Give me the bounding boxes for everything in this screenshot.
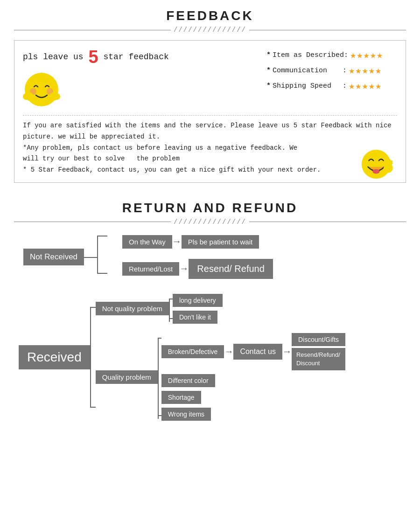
nr-main: Not Received On the Way → Pls be patient… [23, 235, 273, 279]
q-wrongitems-row: Wrong items [161, 408, 345, 421]
refund-title: RETURN AND REFUND [14, 201, 406, 215]
nr-label-container: Not Received [23, 249, 84, 265]
broken-box: Broken/Defective [161, 345, 224, 358]
q-h2 [158, 415, 161, 416]
nq-h2 [169, 318, 173, 319]
refund-divider-right [249, 222, 406, 222]
feedback-right: * Item as Described : ★★★★★ * Communicat… [266, 47, 397, 95]
happy-emoji [360, 148, 392, 181]
rating-row-2: * Communication : ★★★★★ [266, 64, 397, 77]
nr-branch-bot: Returned/Lost → Resend/ Refund [122, 259, 273, 279]
q-broken-row: Broken/Defective → Contact us → Discount… [161, 333, 345, 370]
asterisk-1: * [266, 51, 271, 59]
asterisk-3: * [266, 82, 271, 90]
svg-point-4 [23, 93, 29, 100]
feedback-line-3: *Any problem, pls contact us before leav… [23, 143, 397, 154]
nr-h-line [84, 257, 98, 258]
recv-v-line [90, 307, 91, 408]
contact-outcomes: Contact us → Discount/Gifts Resend/Refun… [233, 333, 345, 370]
pls-post: star feedback [103, 52, 168, 62]
wrong-items-box: Wrong items [161, 408, 211, 421]
arrow-outcomes: → [284, 347, 290, 357]
recv-bot-h [90, 407, 96, 408]
q-branches: Broken/Defective → Contact us → Discount… [161, 332, 345, 422]
nr-branch-top: On the Way → Pls be patient to wait [122, 235, 273, 249]
feedback-box: pls leave us 5 star feedback [14, 40, 406, 183]
feedback-title: FEEDBACK [14, 8, 406, 23]
q-v-line [158, 338, 159, 419]
quality-problem-row: Quality problem Broken/Defective → Conta… [96, 332, 345, 422]
nq-h1 [169, 299, 173, 299]
svg-point-8 [372, 169, 380, 174]
asterisk-2: * [266, 67, 271, 75]
rating-row-3: * Shipping Speed : ★★★★★ [266, 80, 397, 92]
stars-2: ★★★★★ [349, 64, 382, 77]
item-described-label: Item as Described [273, 51, 344, 59]
nq-long-delivery-row: long delivery [173, 294, 223, 307]
feedback-line-4: will try our best to solve will try our … [23, 153, 397, 165]
divider-line-right [249, 30, 406, 30]
not-received-box: Not Received [23, 249, 84, 265]
q-diffcolor-row: Different color [161, 374, 345, 387]
discount-gifts-box: Discount/Gifts [292, 333, 345, 346]
nr-branch-bot-h [97, 273, 107, 274]
not-quality-box: Not quality problem [96, 302, 169, 315]
divider-slash: /////////////// [174, 26, 246, 34]
feedback-top: pls leave us 5 star feedback [23, 47, 397, 111]
quality-problem-box: Quality problem [96, 370, 158, 384]
resend-refund-box: Resend/ Refund [189, 259, 273, 279]
shipping-label: Shipping Speed [273, 82, 343, 90]
q-h1 [158, 338, 161, 339]
colon-2: : [343, 67, 347, 75]
communication-label: Communication [273, 67, 343, 75]
pls-pre: pls leave us [23, 52, 84, 62]
refund-section: RETURN AND REFUND /////////////// Not Re… [0, 196, 420, 431]
svg-point-6 [54, 93, 60, 100]
stars-3: ★★★★★ [349, 80, 382, 92]
stars-1: ★★★★★ [350, 49, 383, 62]
feedback-section: FEEDBACK /////////////// pls leave us 5 … [0, 0, 420, 196]
refund-divider: /////////////// [14, 218, 406, 226]
received-flow: Received Not quality problem long delive… [14, 293, 406, 422]
received-box: Received [19, 345, 90, 369]
feedback-line-5: * 5 Star Feedback, contact us, you can g… [23, 165, 397, 176]
received-branches-container: Not quality problem long delivery Don't … [96, 293, 345, 422]
returned-lost-box: Returned/Lost [122, 262, 179, 276]
nr-branches: On the Way → Pls be patient to wait Retu… [122, 235, 273, 279]
pls-leave-text: pls leave us 5 star feedback [23, 47, 266, 67]
feedback-left: pls leave us 5 star feedback [23, 47, 266, 111]
refund-divider-slash: /////////////// [174, 218, 246, 226]
arrow-onway: → [174, 236, 180, 247]
long-delivery-box: long delivery [173, 294, 223, 307]
dont-like-box: Don't like it [173, 311, 217, 324]
feedback-line-1: If you are satisfied with the items and … [23, 120, 397, 132]
nr-branch-top-h [97, 236, 107, 236]
nq-dont-like-row: Don't like it [173, 311, 223, 324]
not-received-flow: Not Received On the Way → Pls be patient… [14, 235, 406, 279]
rating-row-1: * Item as Described : ★★★★★ [266, 49, 397, 62]
refund-divider-left [14, 222, 171, 222]
diff-color-box: Different color [161, 374, 215, 387]
colon-3: : [343, 82, 347, 90]
divider-line-left [14, 30, 171, 30]
feedback-body: If you are satisfied with the items and … [23, 115, 397, 176]
contact-us-box: Contact us [233, 344, 282, 360]
recv-top-h [90, 307, 96, 308]
shortage-box: Shortage [161, 391, 201, 404]
q-shortage-row: Shortage [161, 391, 345, 404]
number-5: 5 [88, 47, 98, 67]
resend-refund-discount-box: Resend/Refund/Discount [292, 348, 345, 370]
svg-point-12 [384, 165, 392, 173]
nq-branches: long delivery Don't like it [173, 293, 223, 325]
colon-1: : [344, 51, 348, 59]
svg-point-0 [25, 73, 58, 106]
nr-row-top: Not Received On the Way → Pls be patient… [23, 235, 406, 279]
arrow-contact: → [226, 347, 231, 357]
arrow-returned: → [181, 264, 187, 274]
outcomes-boxes: Discount/Gifts Resend/Refund/Discount [292, 333, 345, 370]
nr-v-line [97, 236, 98, 273]
feedback-line-2: picture. we will be appreciated it. [23, 132, 397, 143]
on-the-way-box: On the Way [122, 235, 172, 249]
blush-emoji [23, 71, 60, 108]
not-quality-row: Not quality problem long delivery Don't … [96, 293, 345, 325]
